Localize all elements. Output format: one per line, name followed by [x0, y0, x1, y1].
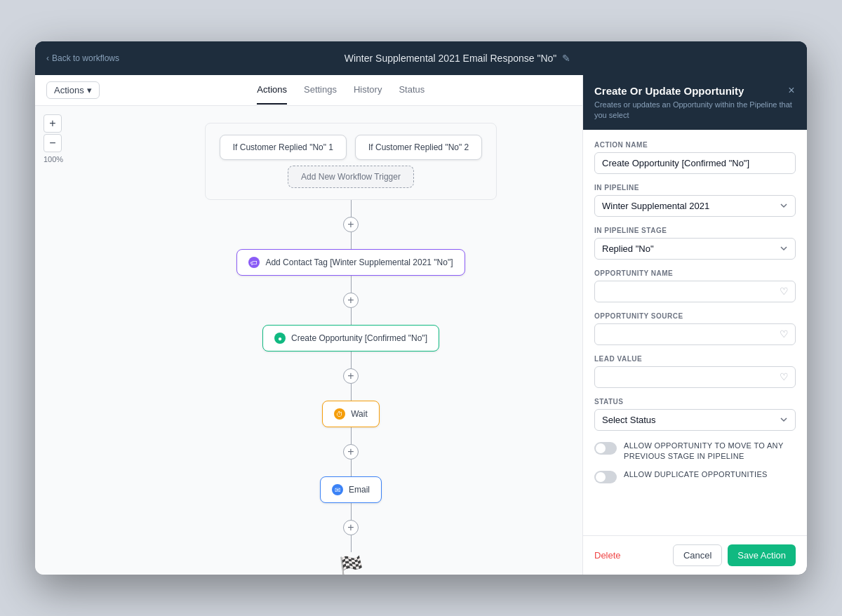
tab-history[interactable]: History [354, 76, 382, 105]
back-link-label: Back to workflows [52, 53, 119, 63]
opportunity-source-input-wrapper: ♡ [594, 323, 796, 345]
zoom-controls: + − 100% [44, 114, 63, 163]
connector-2: + [343, 276, 359, 325]
canvas-area: Actions ▾ Actions Settings History Statu… [35, 75, 582, 575]
connector-4: + [343, 427, 359, 476]
action-name-field-group: ACTION NAME [594, 141, 796, 174]
workflow-canvas: If Customer Replied "No" 1 If Customer R… [77, 106, 582, 575]
in-pipeline-stage-select[interactable]: Replied "No" [594, 238, 796, 260]
allow-previous-stage-label: ALLOW OPPORTUNITY TO MOVE TO ANY PREVIOU… [624, 441, 796, 462]
tab-settings[interactable]: Settings [304, 76, 337, 105]
action-name-input[interactable] [594, 152, 796, 174]
in-pipeline-stage-label: IN PIPELINE STAGE [594, 227, 796, 234]
opportunity-name-label: OPPORTUNITY NAME [594, 269, 796, 277]
opportunity-name-input[interactable] [594, 281, 796, 302]
zoom-out-button[interactable]: − [44, 134, 62, 152]
opportunity-source-label: OPPORTUNITY SOURCE [594, 312, 796, 320]
connector-line-1b [351, 232, 352, 249]
connector-line-2b [351, 308, 352, 325]
status-field-group: STATUS Select Status [594, 398, 796, 431]
wait-icon: ⏱ [334, 408, 345, 420]
tabs: Actions Settings History Status [111, 76, 571, 105]
panel-body: ACTION NAME IN PIPELINE Winter Supplemen… [583, 130, 807, 535]
lead-value-field-icon: ♡ [780, 371, 789, 382]
opportunity-source-input[interactable] [594, 323, 796, 345]
add-trigger-button[interactable]: Add New Workflow Trigger [288, 166, 414, 188]
screen-wrapper: ‹ Back to workflows Winter Supplemental … [35, 41, 807, 575]
lead-value-label: LEAD VALUE [594, 355, 796, 363]
connector-line-5 [351, 503, 352, 520]
connector-line-1 [351, 200, 352, 217]
opportunity-name-field-icon: ♡ [780, 286, 789, 297]
opportunity-source-field-group: OPPORTUNITY SOURCE ♡ [594, 312, 796, 345]
actions-dropdown-chevron-icon: ▾ [87, 85, 92, 95]
footer-actions: Cancel Save Action [673, 544, 796, 566]
lead-value-input-wrapper: ♡ [594, 366, 796, 388]
in-pipeline-select[interactable]: Winter Supplemental 2021 [594, 195, 796, 217]
action-node-opportunity[interactable]: ● Create Opportunity [Confirmed "No"] [262, 325, 439, 351]
main-area: Actions ▾ Actions Settings History Statu… [35, 75, 807, 575]
status-select[interactable]: Select Status [594, 409, 796, 431]
lead-value-field-group: LEAD VALUE ♡ [594, 355, 796, 388]
zoom-in-button[interactable]: + [44, 114, 62, 133]
add-node-button-1[interactable]: + [343, 217, 359, 232]
allow-duplicates-label: ALLOW DUPLICATE OPPORTUNITIES [624, 469, 768, 480]
connector-5: + [343, 503, 359, 552]
add-node-button-3[interactable]: + [343, 368, 359, 384]
in-pipeline-field-group: IN PIPELINE Winter Supplemental 2021 [594, 184, 796, 217]
panel-header: Create Or Update Opportunity Creates or … [583, 75, 807, 130]
trigger-wrapper: If Customer Replied "No" 1 If Customer R… [205, 123, 497, 200]
back-chevron-icon: ‹ [46, 53, 49, 63]
action-node-email[interactable]: ✉ Email [320, 476, 382, 503]
add-node-button-5[interactable]: + [343, 520, 359, 535]
action-node-wait[interactable]: ⏱ Wait [322, 401, 380, 427]
tag-icon: 🏷 [248, 257, 260, 268]
lead-value-input[interactable] [594, 366, 796, 388]
trigger-row: If Customer Replied "No" 1 If Customer R… [220, 135, 483, 160]
connector-1: + [343, 200, 359, 249]
back-link[interactable]: ‹ Back to workflows [46, 53, 119, 63]
opportunity-icon: ● [274, 333, 286, 344]
action-node-tag[interactable]: 🏷 Add Contact Tag [Winter Supplemental 2… [236, 249, 465, 276]
delete-button[interactable]: Delete [594, 550, 621, 561]
top-bar: ‹ Back to workflows Winter Supplemental … [35, 41, 807, 75]
add-node-button-4[interactable]: + [343, 444, 359, 460]
panel-close-button[interactable]: × [784, 83, 798, 98]
opportunity-node-label: Create Opportunity [Confirmed "No"] [291, 333, 427, 343]
allow-previous-stage-toggle-row: ALLOW OPPORTUNITY TO MOVE TO ANY PREVIOU… [594, 441, 796, 462]
tab-actions[interactable]: Actions [257, 76, 287, 105]
connector-line-4b [351, 460, 352, 476]
save-action-button[interactable]: Save Action [728, 544, 796, 566]
right-panel: Create Or Update Opportunity Creates or … [582, 75, 807, 575]
email-icon: ✉ [332, 484, 343, 495]
allow-duplicates-toggle-row: ALLOW DUPLICATE OPPORTUNITIES [594, 469, 796, 483]
connector-line-3b [351, 384, 352, 401]
allow-duplicates-toggle[interactable] [594, 471, 617, 483]
connector-line-5b [351, 535, 352, 552]
tag-node-label: Add Contact Tag [Winter Supplemental 202… [265, 257, 453, 267]
workflow-title-text: Winter Supplemental 2021 Email Response … [345, 53, 557, 64]
email-node-label: Email [349, 485, 370, 495]
trigger-box-2[interactable]: If Customer Replied "No" 2 [355, 135, 482, 160]
in-pipeline-stage-field-group: IN PIPELINE STAGE Replied "No" [594, 227, 796, 260]
workflow-title: Winter Supplemental 2021 Email Response … [119, 53, 796, 64]
tab-bar: Actions ▾ Actions Settings History Statu… [35, 75, 582, 106]
action-name-label: ACTION NAME [594, 141, 796, 149]
edit-icon[interactable]: ✎ [562, 53, 570, 64]
connector-3: + [343, 351, 359, 401]
actions-dropdown-button[interactable]: Actions ▾ [46, 81, 100, 99]
tab-status[interactable]: Status [399, 76, 425, 105]
end-flag: 🏁 [339, 555, 363, 575]
trigger-box-1[interactable]: If Customer Replied "No" 1 [220, 135, 347, 160]
connector-line-2 [351, 276, 352, 293]
zoom-level-label: 100% [44, 155, 63, 163]
connector-line-4 [351, 427, 352, 444]
wait-node-label: Wait [351, 409, 368, 419]
cancel-button[interactable]: Cancel [673, 544, 722, 566]
allow-previous-stage-toggle[interactable] [594, 442, 617, 455]
add-node-button-2[interactable]: + [343, 293, 359, 308]
in-pipeline-label: IN PIPELINE [594, 184, 796, 192]
opportunity-name-field-group: OPPORTUNITY NAME ♡ [594, 269, 796, 302]
canvas-viewport[interactable]: + − 100% If Customer Replied "No" 1 If C… [35, 106, 582, 575]
actions-dropdown-label: Actions [54, 85, 84, 95]
